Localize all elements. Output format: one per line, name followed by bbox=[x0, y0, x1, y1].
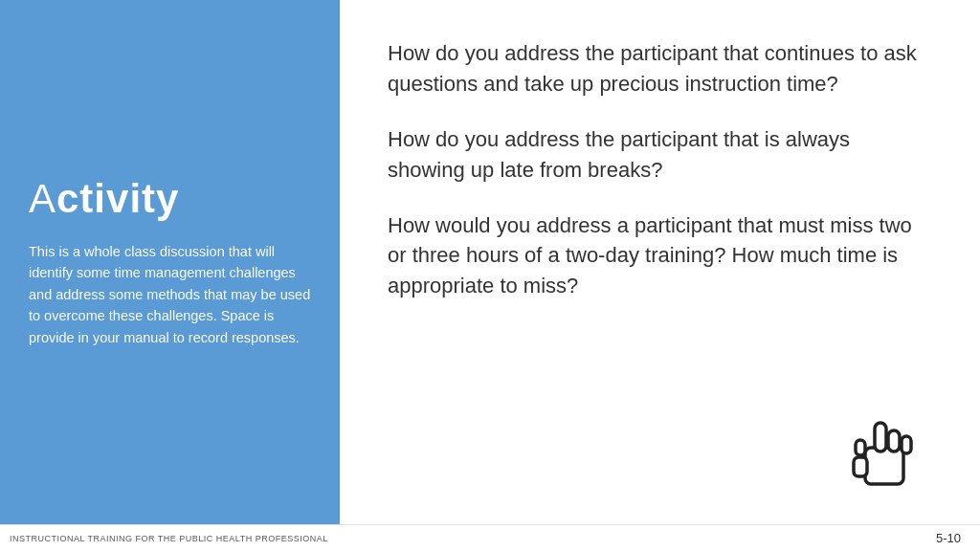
question-3: How would you address a participant that… bbox=[388, 210, 932, 302]
question-1: How do you address the participant that … bbox=[388, 38, 932, 99]
svg-rect-4 bbox=[856, 440, 865, 455]
svg-rect-2 bbox=[888, 430, 900, 452]
footer: INSTRUCTIONAL TRAINING FOR THE PUBLIC HE… bbox=[0, 524, 980, 551]
footer-page-number: 5-10 bbox=[936, 531, 961, 545]
question-2: How do you address the participant that … bbox=[388, 124, 932, 186]
footer-left-text: INSTRUCTIONAL TRAINING FOR THE PUBLIC HE… bbox=[10, 534, 328, 543]
hand-pointer-icon bbox=[846, 409, 923, 496]
activity-description: This is a whole class discussion that wi… bbox=[29, 241, 311, 348]
activity-title: Activity bbox=[29, 176, 311, 222]
svg-rect-1 bbox=[875, 423, 886, 452]
title-normal: A bbox=[29, 176, 56, 221]
left-panel: Activity This is a whole class discussio… bbox=[0, 0, 340, 524]
right-panel: How do you address the participant that … bbox=[340, 0, 980, 524]
slide-container: Activity This is a whole class discussio… bbox=[0, 0, 980, 524]
title-bold: ctivity bbox=[56, 176, 179, 221]
svg-rect-0 bbox=[865, 448, 903, 484]
svg-rect-3 bbox=[902, 436, 911, 453]
svg-rect-5 bbox=[854, 457, 867, 476]
